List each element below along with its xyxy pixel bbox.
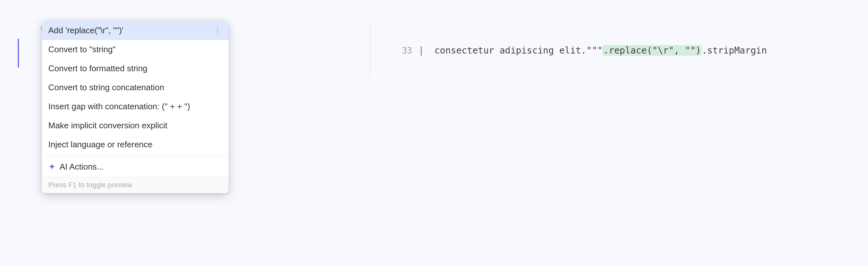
- menu-item-convert-string-label: Convert to "string": [48, 45, 222, 54]
- menu-item-convert-formatted[interactable]: Convert to formatted string: [42, 59, 228, 78]
- menu-item-make-explicit[interactable]: Make implicit conversion explicit: [42, 116, 228, 135]
- left-border-indicator: [18, 39, 19, 68]
- code-before-highlight: consectetur adipiscing elit.""": [429, 45, 603, 56]
- menu-item-insert-gap-label: Insert gap with concatenation: (" + + "): [48, 102, 222, 111]
- line-number: 33: [402, 46, 412, 55]
- ai-star-icon: ✦: [48, 161, 56, 172]
- highlighted-code: .replace("\r", ""): [603, 45, 702, 56]
- context-menu: Add 'replace("\r", "")' ⋮ Convert to "st…: [42, 21, 228, 193]
- ai-actions-label: AI Actions...: [60, 162, 104, 172]
- menu-item-ai-actions[interactable]: ✦ AI Actions...: [42, 157, 228, 177]
- menu-item-dots-icon: ⋮: [214, 26, 222, 35]
- menu-item-insert-gap[interactable]: Insert gap with concatenation: (" + + "): [42, 97, 228, 116]
- menu-divider: [42, 155, 228, 156]
- pipe-char: |: [418, 45, 424, 56]
- right-panel: 33| consectetur adipiscing elit.""".repl…: [370, 23, 868, 79]
- menu-item-convert-string[interactable]: Convert to "string": [42, 40, 228, 59]
- footer-text: Press F1 to toggle preview: [48, 181, 132, 189]
- menu-item-make-explicit-label: Make implicit conversion explicit: [48, 121, 222, 131]
- menu-item-inject-lang[interactable]: Inject language or reference: [42, 135, 228, 154]
- menu-footer: Press F1 to toggle preview: [42, 177, 228, 193]
- menu-item-add-replace[interactable]: Add 'replace("\r", "")' ⋮: [42, 21, 228, 40]
- menu-item-inject-lang-label: Inject language or reference: [48, 140, 222, 150]
- menu-item-add-replace-label: Add 'replace("\r", "")': [48, 25, 214, 35]
- menu-item-convert-formatted-label: Convert to formatted string: [48, 63, 222, 74]
- code-after-highlight: .stripMargin: [702, 45, 767, 56]
- right-code-line: 33| consectetur adipiscing elit.""".repl…: [380, 29, 858, 72]
- menu-item-convert-concat-label: Convert to string concatenation: [48, 82, 222, 92]
- menu-item-convert-concat[interactable]: Convert to string concatenation: [42, 78, 228, 97]
